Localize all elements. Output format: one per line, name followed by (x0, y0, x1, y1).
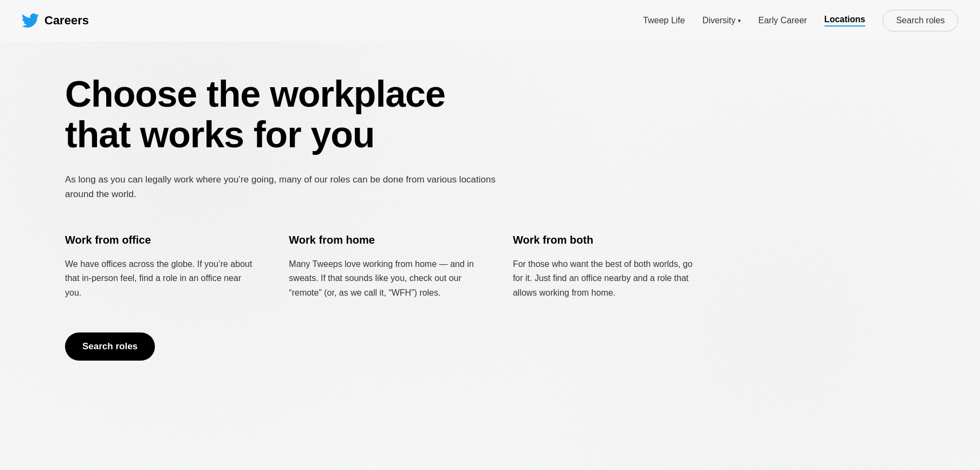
nav-locations[interactable]: Locations (825, 15, 866, 27)
brand-link[interactable]: Careers (22, 12, 89, 29)
work-option-office-title: Work from office (65, 234, 256, 246)
work-option-home: Work from home Many Tweeps love working … (289, 234, 491, 300)
hero-subtitle: As long as you can legally work where yo… (65, 172, 498, 201)
main-content: Choose the workplace that works for you … (0, 41, 867, 404)
nav-links: Tweep Life Diversity ▾ Early Career Loca… (643, 10, 958, 31)
twitter-bird-icon (22, 12, 39, 29)
hero-title: Choose the workplace that works for you (65, 74, 488, 155)
work-option-office-desc: We have offices across the globe. If you… (65, 257, 256, 300)
work-option-both: Work from both For those who want the be… (513, 234, 715, 300)
work-option-home-desc: Many Tweeps love working from home — and… (289, 257, 480, 300)
work-options-grid: Work from office We have offices across … (65, 234, 715, 300)
nav-search-button[interactable]: Search roles (882, 10, 958, 31)
brand-name: Careers (44, 14, 89, 28)
search-roles-button[interactable]: Search roles (65, 332, 155, 361)
work-option-both-title: Work from both (513, 234, 704, 246)
nav-tweep-life[interactable]: Tweep Life (643, 16, 685, 25)
work-option-home-title: Work from home (289, 234, 480, 246)
nav-diversity[interactable]: Diversity ▾ (702, 16, 741, 25)
navbar: Careers Tweep Life Diversity ▾ Early Car… (0, 0, 980, 41)
chevron-down-icon: ▾ (738, 17, 741, 24)
nav-early-career[interactable]: Early Career (758, 16, 807, 25)
work-option-office: Work from office We have offices across … (65, 234, 267, 300)
work-option-both-desc: For those who want the best of both worl… (513, 257, 704, 300)
